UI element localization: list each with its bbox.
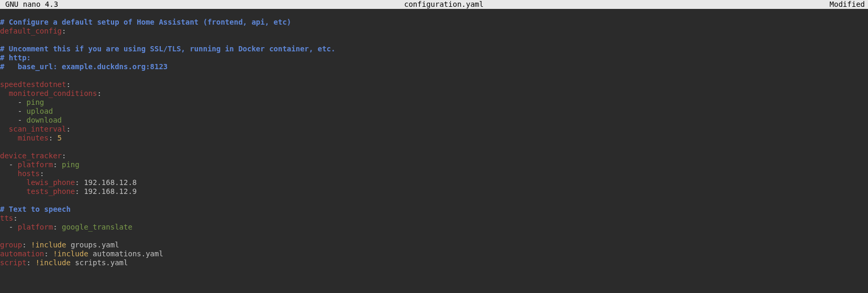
token-tag: !include [53,249,88,258]
token-dash: - [9,223,18,231]
token-colon: : [97,89,101,97]
token-key: minutes [18,134,49,142]
code-line[interactable]: tests_phone: 192.168.12.9 [0,187,868,196]
token-colon: : [27,258,36,267]
token-tag: !include [31,241,66,249]
token-comment: # http: [0,53,31,62]
code-line[interactable]: # base_url: example.duckdns.org:8123 [0,62,868,71]
token-colon: : [66,80,70,89]
token-dash: - [9,160,18,169]
code-line[interactable]: - ping [0,98,868,107]
code-line[interactable]: - platform: ping [0,160,868,169]
token-plain: automations.yaml [88,249,163,258]
token-colon: : [53,160,62,169]
code-line[interactable] [0,196,868,205]
code-line[interactable] [0,71,868,80]
token-colon: : [53,223,62,231]
token-key: monitored_conditions [9,89,97,97]
token-plain [0,134,18,142]
token-plain: 192.168.12.9 [84,187,137,196]
token-plain: groups.yaml [66,241,119,249]
token-value: ping [62,160,80,169]
token-colon: : [49,134,58,142]
token-comment: # Uncomment this if you are using SSL/TL… [0,45,336,53]
token-colon: : [22,241,31,249]
token-value: download [27,116,62,124]
token-key: hosts [18,169,40,178]
token-plain [0,89,9,97]
token-colon: : [62,27,66,35]
code-line[interactable]: hosts: [0,169,868,178]
code-line[interactable]: automation: !include automations.yaml [0,249,868,258]
token-comment: # Text to speech [0,205,71,213]
modified-status: Modified [830,0,868,9]
code-line[interactable]: scan_interval: [0,125,868,134]
token-plain [0,223,9,231]
app-name: GNU nano 4.3 [0,0,58,9]
token-plain [0,125,9,133]
token-key: lewis_phone [27,178,75,187]
token-plain [0,160,9,169]
code-line[interactable]: group: !include groups.yaml [0,241,868,249]
token-plain [0,178,27,187]
token-key: automation [0,249,44,258]
code-line[interactable] [0,232,868,241]
code-line[interactable]: default_config: [0,27,868,36]
code-line[interactable]: - upload [0,107,868,116]
token-plain: scripts.yaml [71,258,128,267]
token-key: device_tracker [0,151,62,160]
code-line[interactable]: # Configure a default setup of Home Assi… [0,18,868,27]
code-line[interactable]: minutes: 5 [0,134,868,143]
token-key: script [0,258,27,267]
token-colon: : [62,151,66,160]
token-dash: - [18,98,27,106]
editor-content[interactable]: # Configure a default setup of Home Assi… [0,18,868,267]
token-colon: : [44,249,53,258]
code-line[interactable]: lewis_phone: 192.168.12.8 [0,178,868,187]
token-comment: # base_url: example.duckdns.org:8123 [0,62,168,71]
token-plain [0,116,18,124]
code-line[interactable]: tts: [0,214,868,223]
token-value: ping [27,98,44,106]
token-plain [0,187,27,196]
token-plain [0,107,18,115]
token-key: tests_phone [27,187,75,196]
token-key: group [0,241,22,249]
token-dash: - [18,116,27,124]
token-colon: : [75,178,84,187]
token-dash: - [18,107,27,115]
token-colon: : [13,214,17,222]
code-line[interactable]: # Text to speech [0,205,868,214]
token-value: upload [27,107,53,115]
code-line[interactable]: speedtestdotnet: [0,80,868,89]
code-line[interactable]: - download [0,116,868,125]
code-line[interactable]: - platform: google_translate [0,223,868,232]
code-line[interactable]: # Uncomment this if you are using SSL/TL… [0,45,868,53]
token-key: default_config [0,27,62,35]
token-value: google_translate [62,223,132,231]
token-key: platform [18,223,53,231]
code-line[interactable] [0,143,868,151]
token-key: tts [0,214,13,222]
token-comment: # Configure a default setup of Home Assi… [0,18,291,26]
token-colon: : [66,125,70,133]
token-key: scan_interval [9,125,66,133]
token-plain: 192.168.12.8 [84,178,137,187]
code-line[interactable]: script: !include scripts.yaml [0,258,868,267]
code-line[interactable]: # http: [0,53,868,62]
token-colon: : [75,187,84,196]
token-tag: !include [35,258,70,267]
code-line[interactable] [0,36,868,45]
open-filename: configuration.yaml [58,0,829,9]
editor-titlebar: GNU nano 4.3 configuration.yaml Modified [0,0,868,9]
token-plain [0,98,18,106]
token-key: platform [18,160,53,169]
code-line[interactable]: device_tracker: [0,151,868,160]
token-key: speedtestdotnet [0,80,66,89]
code-line[interactable]: monitored_conditions: [0,89,868,98]
token-plain [0,169,18,178]
token-number: 5 [58,134,62,142]
token-colon: : [40,169,44,178]
